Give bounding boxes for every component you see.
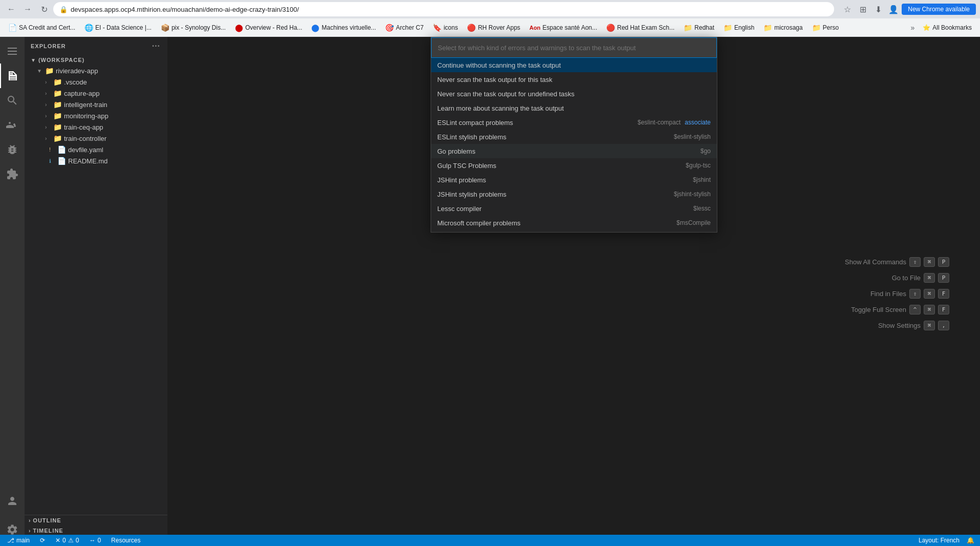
workspace-header[interactable]: ▼ (WORKSPACE) [25,55,167,65]
bookmark-label-6: icons [443,24,458,31]
bookmark-overview[interactable]: ⬤ Overview - Red Ha... [231,22,306,34]
bookmark-favicon-3: ⬤ [235,24,243,32]
bookmark-perso[interactable]: 📁 Perso [808,22,843,34]
browser-tab-search-icon[interactable]: ⊞ [856,2,870,16]
all-bookmarks-button[interactable]: ⭐ All Bookmarks [919,22,976,33]
dropdown-overlay: Continue without scanning the task outpu… [168,37,980,546]
dropdown-item-eslint-stylish[interactable]: ESLint stylish problems $eslint-stylish [431,130,717,144]
dropdown-item-lessc[interactable]: Lessc compiler $lessc [431,201,717,216]
address-bar[interactable]: 🔒 devspaces.apps.ocp4.mthirion.eu/mouach… [53,2,834,16]
main-content: Continue without scanning the task outpu… [168,37,980,546]
error-count: 0 [62,537,66,544]
tree-item-readme[interactable]: ℹ 📄 README.md [25,155,167,166]
dropdown-item-1[interactable]: Never scan the task output for this task [431,72,717,87]
bookmark-archer[interactable]: 🎯 Archer C7 [381,22,428,34]
dropdown-item-jshint[interactable]: JSHint problems $jshint [431,173,717,187]
tree-item-monitoring[interactable]: › 📁 monitoring-app [25,110,167,121]
file-icon-readme: 📄 [57,157,66,165]
dropdown-item-3[interactable]: Learn more about scanning the task outpu… [431,101,717,115]
dropdown-item-sublabel-eslint-stylish: $eslint-stylish [674,133,711,140]
bookmark-favicon-0: 📄 [8,24,17,32]
activity-account-icon[interactable] [0,489,25,513]
browser-bookmark-icon[interactable]: ☆ [840,2,855,16]
dropdown-item-eslint-compact[interactable]: ESLint compact problems $eslint-compact … [431,115,717,130]
tree-item-train-controller[interactable]: › 📁 train-controller [25,133,167,144]
dropdown-item-jshint-stylish[interactable]: JSHint stylish problems $jshint-stylish [431,187,717,201]
folder-name-capture: capture-app [64,90,99,97]
folder-icon-intelligent: 📁 [53,100,62,109]
bookmark-rh-exam[interactable]: 🔴 Red Hat Exam Sch... [602,22,678,34]
activity-scm-icon[interactable] [0,113,25,137]
folder-name-monitoring: monitoring-app [64,112,109,120]
new-chrome-button[interactable]: New Chrome available [902,4,976,15]
bookmark-favicon-12: 📁 [763,24,772,32]
activity-debug-icon[interactable] [0,137,25,162]
remote-count: 0 [97,537,101,544]
forward-button[interactable]: → [20,2,35,16]
dropdown-item-go[interactable]: Go problems $go [431,144,717,158]
status-layout[interactable]: Layout: French [915,535,963,546]
bookmark-label-5: Archer C7 [396,24,423,31]
reload-button[interactable]: ↻ [37,2,51,16]
browser-titlebar: ← → ↻ 🔒 devspaces.apps.ocp4.mthirion.eu/… [0,0,980,18]
dropdown-item-label-3: Learn more about scanning the task outpu… [437,104,711,112]
svg-rect-2 [8,54,17,55]
dropdown-item-label-gulp: Gulp TSC Problems [437,162,683,170]
status-resources[interactable]: Resources [108,535,143,546]
dropdown-item-mscompile[interactable]: Microsoft compiler problems $msCompile [431,216,717,230]
dropdown-item-label-go: Go problems [437,148,697,155]
new-file-button[interactable]: ⋯ [150,40,161,52]
folder-icon-train-ceq: 📁 [53,123,62,131]
status-branch[interactable]: ⎇ main [4,535,33,546]
tree-item-devfile[interactable]: ! 📄 devfile.yaml [25,144,167,155]
activity-bar [0,37,25,546]
timeline-label: TIMELINE [33,528,63,534]
folder-arrow: ▼ [37,68,45,74]
tree-root-folder[interactable]: ▼ 📁 rivieradev-app [25,65,167,76]
bookmark-machines[interactable]: ⬤ Machines virtuelle... [307,22,380,34]
status-sync[interactable]: ⟳ [37,535,48,546]
folder-arrow-train-controller: › [45,136,53,141]
outline-section[interactable]: › OUTLINE [25,515,167,526]
bookmark-espace-sante[interactable]: Aon Espace santé Aon... [525,22,601,33]
bookmark-label-4: Machines virtuelle... [322,24,376,31]
dropdown-item-2[interactable]: Never scan the task output for undefined… [431,87,717,101]
activity-extensions-icon[interactable] [0,162,25,186]
activity-explorer-icon[interactable] [0,64,25,88]
dropdown-item-gulp[interactable]: Gulp TSC Problems $gulp-tsc [431,158,717,173]
file-arrow-devfile: ! [49,147,57,153]
status-errors[interactable]: ✕ 0 ⚠ 0 [52,535,82,546]
dropdown-search-input[interactable] [431,37,717,58]
folder-arrow-capture: › [45,91,53,96]
browser-profile-icon[interactable]: 👤 [886,2,901,16]
bookmark-rh-rover[interactable]: 🔴 RH Rover Apps [463,22,524,34]
bookmark-pix[interactable]: 📦 pix - Synology Dis... [157,22,230,34]
explorer-header: EXPLORER ⋯ [25,37,167,55]
bookmarks-more-button[interactable]: » [908,22,918,34]
tree-item-capture[interactable]: › 📁 capture-app [25,88,167,99]
bookmark-redhat[interactable]: 📁 Redhat [679,22,718,34]
status-remote[interactable]: ↔ 0 [86,535,104,546]
timeline-section[interactable]: › TIMELINE [25,526,167,536]
bookmark-english[interactable]: 📁 English [719,22,758,34]
dropdown-item-0[interactable]: Continue without scanning the task outpu… [431,58,717,72]
sync-icon: ⟳ [40,537,45,544]
lock-icon: 🔒 [59,6,68,13]
bookmark-microsaga[interactable]: 📁 microsaga [759,22,806,34]
bookmarks-bar: 📄 SA Credit and Cert... 🌐 EI - Data Scie… [0,18,980,37]
tree-item-intelligent[interactable]: › 📁 intelligent-train [25,99,167,110]
bookmark-icons[interactable]: 🔖 icons [429,22,462,34]
tree-item-train-ceq[interactable]: › 📁 train-ceq-app [25,121,167,133]
activity-menu-icon[interactable] [0,39,25,64]
notification-bell[interactable]: 🔔 [965,535,976,546]
bookmark-favicon-6: 🔖 [433,24,441,32]
bookmark-ei-data[interactable]: 🌐 EI - Data Science |... [80,22,156,34]
tree-item-vscode[interactable]: › 📁 .vscode [25,76,167,88]
dropdown-item-node-sass[interactable]: Node Sass Compiler $node-sass [431,230,717,232]
browser-download-icon[interactable]: ⬇ [871,2,885,16]
activity-search-icon[interactable] [0,88,25,113]
bookmark-favicon-1: 🌐 [84,24,93,32]
back-button[interactable]: ← [4,2,18,16]
explorer-title: EXPLORER [31,43,66,49]
bookmark-sa-credit[interactable]: 📄 SA Credit and Cert... [4,22,79,34]
